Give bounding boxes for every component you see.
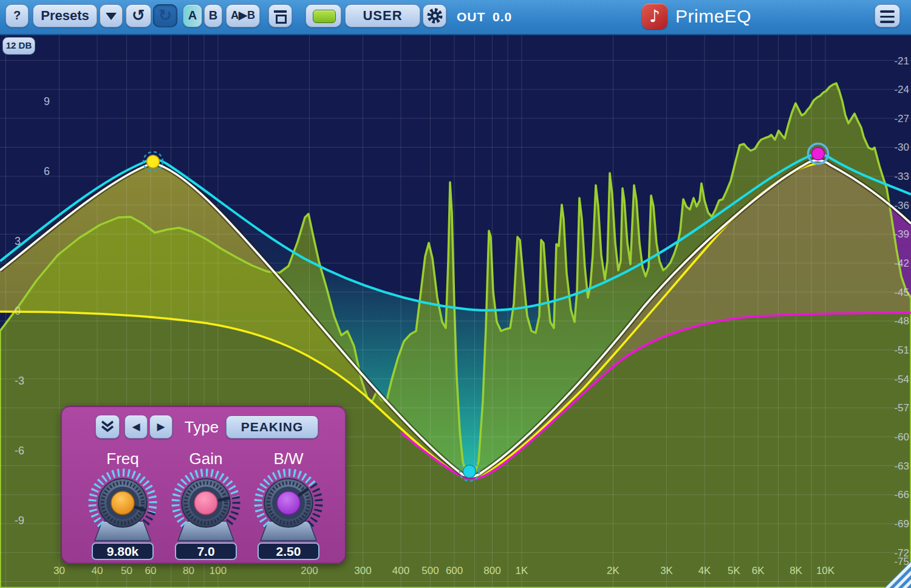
left-db-label: 0 — [15, 305, 21, 317]
flatten-window-icon — [274, 10, 287, 21]
help-button[interactable]: ? — [5, 4, 29, 27]
knob-cap — [277, 491, 300, 514]
triangle-left-icon: ◀ — [132, 421, 140, 432]
gear-icon — [426, 7, 444, 25]
collapse-panel-button[interactable] — [95, 415, 120, 439]
band-control-panel: ◀ ▶ Type PEAKING Freq Gain B/W — [61, 406, 346, 564]
left-db-label: -9 — [15, 514, 24, 527]
freq-tick-label: 10K — [816, 565, 835, 576]
main-menu-button[interactable] — [875, 4, 900, 27]
freq-tick-label: 60 — [145, 565, 157, 576]
freq-tick-label: 30 — [53, 565, 65, 576]
settings-button[interactable] — [423, 4, 446, 27]
presets-button[interactable]: Presets — [33, 4, 97, 27]
type-label: Type — [177, 418, 226, 437]
freq-tick-label: 6K — [752, 565, 765, 576]
freq-tick-label: 500 — [421, 565, 438, 576]
bw-knob[interactable]: 2.50 — [251, 465, 326, 561]
freq-tick-label: 3K — [660, 565, 673, 576]
right-db-label: -30 — [894, 142, 909, 153]
right-db-label: -66 — [894, 489, 909, 501]
bypass-led-button[interactable] — [305, 4, 341, 27]
right-db-label: -48 — [894, 315, 909, 327]
freq-tick-label: 100 — [210, 565, 227, 576]
prev-band-button[interactable]: ◀ — [125, 415, 148, 439]
undo-button[interactable]: ↺ — [126, 4, 151, 27]
right-db-label: -60 — [894, 431, 909, 443]
left-db-label: 3 — [15, 235, 21, 247]
freq-tick-label: 80 — [183, 565, 194, 576]
hamburger-menu-icon — [875, 5, 899, 23]
redo-button-disabled[interactable]: ↻ — [153, 4, 177, 27]
right-db-label: -54 — [894, 374, 909, 385]
primeeq-window: 9630-3-6-9-21-24-27-30-33-36-39-42-45-48… — [0, 0, 911, 588]
right-db-label: -39 — [894, 228, 909, 240]
freq-tick-label: 50 — [121, 565, 132, 576]
left-db-label: -6 — [15, 445, 24, 457]
copy-a-to-b-button[interactable]: A▶B — [226, 4, 260, 27]
voxengo-logo-icon: ♪ — [642, 4, 667, 29]
toolbar: ? Presets ↺ ↻ A B A▶B USER OUT 0.0 ♪ Pri… — [0, 0, 911, 35]
freq-value: 9.80k — [107, 544, 139, 558]
left-db-label: 6 — [44, 165, 50, 177]
right-db-label: -51 — [894, 344, 909, 356]
filter-type-select[interactable]: PEAKING — [226, 415, 318, 439]
knob-arc-unlit — [144, 512, 151, 524]
right-db-label: -69 — [894, 518, 909, 530]
knob-cap — [111, 491, 134, 514]
freq-knob[interactable]: 9.80k — [85, 465, 160, 561]
left-db-label: 9 — [44, 95, 50, 108]
right-db-label: -21 — [894, 55, 909, 67]
right-db-label: -33 — [894, 171, 909, 182]
right-db-label: -36 — [894, 200, 909, 211]
knob-cap — [194, 491, 217, 514]
right-db-label: -24 — [894, 84, 909, 95]
out-value[interactable]: 0.0 — [493, 0, 512, 34]
app-title: PrimeEQ — [675, 0, 751, 34]
freq-tick-label: 2K — [607, 565, 619, 576]
right-db-label: -63 — [894, 460, 909, 472]
ab-slot-b-button[interactable]: B — [204, 4, 222, 27]
freq-tick-label: 400 — [392, 565, 409, 576]
left-db-label: -3 — [15, 375, 24, 387]
right-db-label: -45 — [894, 287, 909, 298]
chevron-down-icon — [106, 13, 117, 20]
next-band-button[interactable]: ▶ — [149, 415, 172, 439]
freq-tick-label: 300 — [354, 565, 371, 576]
gain-knob[interactable]: 7.0 — [168, 465, 244, 561]
bw-value: 2.50 — [276, 544, 301, 558]
window-layout-button[interactable] — [268, 4, 292, 27]
db-range-button[interactable]: 12 DB — [2, 37, 35, 55]
ab-slot-a-button[interactable]: A — [183, 4, 202, 27]
freq-tick-label: 200 — [301, 565, 318, 576]
freq-tick-label: 40 — [92, 565, 103, 576]
gain-value: 7.0 — [197, 544, 214, 558]
freq-tick-label: 8K — [790, 565, 802, 576]
out-label: OUT — [457, 0, 485, 34]
triangle-right-icon: ▶ — [157, 421, 165, 432]
chevron-double-down-icon — [99, 418, 116, 435]
power-led-icon — [313, 10, 336, 23]
presets-dropdown-button[interactable] — [100, 4, 123, 27]
freq-tick-label: 600 — [446, 565, 463, 576]
preset-slot-field[interactable]: USER — [345, 4, 420, 27]
freq-tick-label: 800 — [483, 565, 500, 576]
right-db-label: -27 — [894, 113, 909, 125]
freq-tick-label: 5K — [728, 565, 740, 576]
freq-tick-label: 1K — [516, 565, 528, 576]
freq-tick-label: 4K — [698, 565, 711, 576]
right-db-label: -42 — [894, 258, 909, 269]
knob-pointer — [219, 498, 229, 500]
right-db-label: -57 — [894, 402, 909, 414]
